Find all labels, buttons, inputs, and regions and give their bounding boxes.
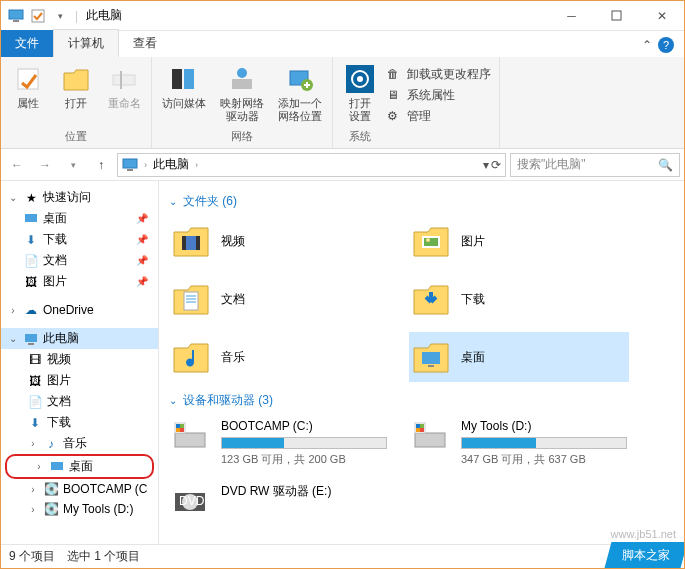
svg-rect-3: [612, 11, 621, 20]
chevron-up-icon[interactable]: ⌃: [642, 38, 652, 52]
tree-downloads-pc[interactable]: ⬇下载: [1, 412, 158, 433]
tree-pictures[interactable]: 🖼图片📌: [1, 271, 158, 292]
svg-text:DVD: DVD: [179, 494, 205, 508]
svg-rect-30: [428, 365, 434, 367]
forward-button[interactable]: →: [33, 153, 57, 177]
drive-tile[interactable]: BOOTCAMP (C:)123 GB 可用，共 200 GB: [169, 415, 389, 471]
drive-icon: [171, 419, 211, 459]
tree-music[interactable]: ›♪音乐: [1, 433, 158, 454]
open-settings-button[interactable]: 打开 设置: [341, 61, 379, 125]
refresh-icon[interactable]: ⟳: [491, 158, 501, 172]
tree-documents-pc[interactable]: 📄文档: [1, 391, 158, 412]
tree-bootcamp[interactable]: ›💽BOOTCAMP (C: [1, 479, 158, 499]
ribbon-group-network: 访问媒体 映射网络 驱动器 添加一个 网络位置 网络: [152, 57, 333, 148]
breadcrumb[interactable]: 此电脑: [153, 156, 189, 173]
ribbon-group-location: 属性 打开 重命名 位置: [1, 57, 152, 148]
svg-rect-17: [127, 169, 133, 171]
folder-icon: [171, 337, 211, 377]
folder-label: 视频: [221, 233, 245, 250]
search-input[interactable]: 搜索"此电脑" 🔍: [510, 153, 680, 177]
folders-group-header[interactable]: ⌄文件夹 (6): [169, 193, 674, 210]
drive-name: My Tools (D:): [461, 419, 627, 433]
back-button[interactable]: ←: [5, 153, 29, 177]
folder-tile-downloads[interactable]: 下载: [409, 274, 629, 324]
recent-dropdown[interactable]: ▾: [61, 153, 85, 177]
folder-tile-pictures[interactable]: 图片: [409, 216, 629, 266]
manage-button[interactable]: ⚙管理: [387, 107, 491, 126]
svg-rect-7: [172, 69, 182, 89]
drive-tile[interactable]: DVDDVD RW 驱动器 (E:): [169, 479, 389, 527]
svg-rect-36: [180, 428, 184, 432]
selection-count: 选中 1 个项目: [67, 548, 140, 565]
close-button[interactable]: ✕: [639, 1, 684, 31]
help-icon[interactable]: ?: [658, 37, 674, 53]
pin-icon: 📌: [136, 213, 154, 224]
tree-this-pc[interactable]: ⌄此电脑: [1, 328, 158, 349]
tree-quick-access[interactable]: ⌄★快速访问: [1, 187, 158, 208]
drives-group-header[interactable]: ⌄设备和驱动器 (3): [169, 392, 674, 409]
chevron-down-icon: ⌄: [169, 196, 177, 207]
svg-rect-29: [422, 352, 440, 364]
title-bar: ▾ | 此电脑 ─ ✕: [1, 1, 684, 31]
svg-rect-24: [196, 236, 200, 250]
tab-computer[interactable]: 计算机: [53, 29, 119, 57]
tab-view[interactable]: 查看: [119, 30, 171, 57]
search-icon: 🔍: [658, 158, 673, 172]
tab-file[interactable]: 文件: [1, 30, 53, 57]
uninstall-button[interactable]: 🗑卸载或更改程序: [387, 65, 491, 84]
folder-label: 桌面: [461, 349, 485, 366]
svg-rect-34: [180, 424, 184, 428]
svg-point-15: [357, 76, 363, 82]
tree-mytools[interactable]: ›💽My Tools (D:): [1, 499, 158, 519]
open-button[interactable]: 打开: [57, 61, 95, 112]
svg-rect-18: [25, 214, 37, 222]
svg-rect-16: [123, 159, 137, 168]
minimize-button[interactable]: ─: [549, 1, 594, 31]
svg-rect-21: [51, 462, 63, 470]
drive-name: BOOTCAMP (C:): [221, 419, 387, 433]
tree-documents[interactable]: 📄文档📌: [1, 250, 158, 271]
svg-rect-40: [420, 424, 424, 428]
folder-tile-desktop[interactable]: 桌面: [409, 332, 629, 382]
tree-pictures-pc[interactable]: 🖼图片: [1, 370, 158, 391]
properties-button[interactable]: 属性: [9, 61, 47, 112]
add-location-button[interactable]: 添加一个 网络位置: [276, 61, 324, 125]
content-pane: ⌄文件夹 (6) 视频图片文档下载音乐桌面 ⌄设备和驱动器 (3) BOOTCA…: [159, 181, 684, 544]
folder-tile-video[interactable]: 视频: [169, 216, 389, 266]
ribbon-group-system: 打开 设置 系统 🗑卸载或更改程序 🖥系统属性 ⚙管理: [333, 57, 500, 148]
up-button[interactable]: ↑: [89, 153, 113, 177]
folder-label: 音乐: [221, 349, 245, 366]
folder-label: 下载: [461, 291, 485, 308]
tree-desktop[interactable]: 桌面📌: [1, 208, 158, 229]
drive-icon: [411, 419, 451, 459]
svg-rect-5: [113, 75, 135, 85]
tree-downloads[interactable]: ⬇下载📌: [1, 229, 158, 250]
folder-icon: [171, 221, 211, 261]
maximize-button[interactable]: [594, 1, 639, 31]
svg-rect-2: [32, 10, 44, 22]
checkbox-icon[interactable]: [29, 7, 47, 25]
svg-rect-19: [25, 334, 37, 342]
folder-icon: [411, 337, 451, 377]
sysprops-button[interactable]: 🖥系统属性: [387, 86, 491, 105]
tree-desktop-pc[interactable]: ›桌面: [5, 454, 154, 479]
map-drive-button[interactable]: 映射网络 驱动器: [218, 61, 266, 125]
svg-rect-41: [416, 428, 420, 432]
dropdown-icon[interactable]: ▾: [483, 158, 489, 172]
nav-bar: ← → ▾ ↑ › 此电脑 › ▾ ⟳ 搜索"此电脑" 🔍: [1, 149, 684, 181]
tree-videos[interactable]: 🎞视频: [1, 349, 158, 370]
quick-access-toolbar: ▾: [1, 7, 75, 25]
drive-tile[interactable]: My Tools (D:)347 GB 可用，共 637 GB: [409, 415, 629, 471]
svg-rect-20: [28, 343, 34, 345]
rename-button[interactable]: 重命名: [105, 61, 143, 112]
folder-icon: [171, 279, 211, 319]
folder-tile-documents[interactable]: 文档: [169, 274, 389, 324]
folder-icon: [411, 221, 451, 261]
folder-tile-music[interactable]: 音乐: [169, 332, 389, 382]
address-bar[interactable]: › 此电脑 › ▾ ⟳: [117, 153, 506, 177]
tree-onedrive[interactable]: ›☁OneDrive: [1, 300, 158, 320]
dropdown-icon[interactable]: ▾: [51, 7, 69, 25]
media-button[interactable]: 访问媒体: [160, 61, 208, 112]
drive-name: DVD RW 驱动器 (E:): [221, 483, 387, 500]
watermark: www.jb51.net: [611, 528, 676, 540]
